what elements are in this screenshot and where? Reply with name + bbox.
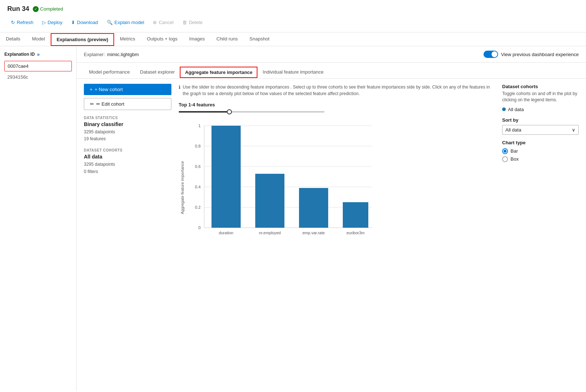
tab-metrics[interactable]: Metrics <box>114 32 141 46</box>
svg-text:euribor3m: euribor3m <box>346 231 365 235</box>
sort-section: Sort by All data ∨ <box>502 117 579 135</box>
explanation-item-selected[interactable]: 0007cae4 <box>4 61 72 71</box>
slider-thumb[interactable] <box>227 109 232 114</box>
right-controls: Dataset cohorts Toggle cohorts on and of… <box>498 84 579 251</box>
right-cohorts-desc: Toggle cohorts on and off in the plot by… <box>502 91 579 103</box>
legend-item-all-data[interactable]: All data <box>502 107 579 112</box>
main-tabs: Details Model Explanations (preview) Met… <box>0 32 586 46</box>
deploy-button[interactable]: ▷ Deploy <box>39 18 66 27</box>
svg-text:emp.var.rate: emp.var.rate <box>302 231 325 235</box>
slider-label: Top 1-4 features <box>179 102 491 107</box>
tab-child-runs[interactable]: Child runs <box>211 32 244 46</box>
chart-type-section: Chart type Bar Box <box>502 140 579 162</box>
bar-chart[interactable]: Aggregate feature importance 0 0.2 0.4 0… <box>179 118 383 250</box>
toggle-switch[interactable] <box>484 51 498 58</box>
chart-type-box[interactable]: Box <box>502 156 579 162</box>
tab-images[interactable]: Images <box>183 32 211 46</box>
new-cohort-button[interactable]: + + New cohort <box>84 84 171 95</box>
svg-text:1: 1 <box>198 124 201 128</box>
legend-label: All data <box>508 107 524 112</box>
legend-dot <box>502 107 506 111</box>
right-cohorts-title: Dataset cohorts <box>502 84 579 89</box>
svg-text:0: 0 <box>198 226 201 230</box>
edit-cohort-button[interactable]: ✏ ✏ Edit cohort <box>84 98 171 110</box>
sort-by-select[interactable]: All data ∨ <box>502 125 579 135</box>
chart-type-box-label: Box <box>511 156 519 162</box>
cancel-icon: ⊗ <box>153 20 157 25</box>
tab-snapshot[interactable]: Snapshot <box>244 32 275 46</box>
svg-text:0.8: 0.8 <box>195 144 201 148</box>
refresh-icon: ↻ <box>11 20 15 25</box>
cohort-sidebar: + + New cohort ✏ ✏ Edit cohort DATA STAT… <box>84 84 171 251</box>
radio-bar-inner <box>504 150 507 153</box>
chart-type-bar[interactable]: Bar <box>502 148 579 154</box>
view-prev-toggle: View previous dashboard experience <box>484 51 579 58</box>
analysis-tab-individual[interactable]: Individual feature importance <box>257 66 329 78</box>
bar-nremployed[interactable] <box>255 174 284 228</box>
deploy-icon: ▷ <box>42 20 46 25</box>
radio-bar-outer <box>502 148 508 154</box>
explain-icon: 🔍 <box>107 20 113 25</box>
expand-icon[interactable]: » <box>37 51 40 57</box>
explainer-label: Explainer: <box>84 52 105 57</box>
pencil-icon: ✏ <box>90 101 94 107</box>
bar-euribor3m[interactable] <box>343 202 368 228</box>
radio-box-outer <box>502 156 508 162</box>
sort-by-label: Sort by <box>502 117 579 123</box>
analysis-tab-dataset-explorer[interactable]: Dataset explorer <box>135 66 180 78</box>
svg-text:0.6: 0.6 <box>195 164 201 169</box>
analysis-tabs: Model performance Dataset explorer Aggre… <box>77 63 586 79</box>
sort-by-value: All data <box>505 127 521 133</box>
download-icon: ⬇ <box>71 20 75 25</box>
svg-text:nr.employed: nr.employed <box>259 231 281 235</box>
explainer-value: mimic.lightgbm <box>107 52 139 57</box>
delete-icon: 🗑 <box>182 20 187 25</box>
check-icon <box>33 6 39 12</box>
tab-model[interactable]: Model <box>26 32 51 46</box>
explainer-bar: Explainer: mimic.lightgbm View previous … <box>77 46 586 63</box>
chevron-down-icon: ∨ <box>572 127 575 133</box>
svg-text:Aggregate feature importance: Aggregate feature importance <box>180 161 185 214</box>
dataset-cohorts-section: DATASET COHORTS All data 3295 datapoints… <box>84 148 171 175</box>
explanation-id-header: Explanation ID » <box>4 51 72 57</box>
status-badge: Completed <box>33 6 63 12</box>
svg-text:duration: duration <box>219 231 233 235</box>
bar-duration[interactable] <box>211 126 241 228</box>
chart-type-label: Chart type <box>502 140 579 145</box>
right-panel: Explainer: mimic.lightgbm View previous … <box>77 46 586 391</box>
tab-explanations[interactable]: Explanations (preview) <box>51 33 114 46</box>
refresh-button[interactable]: ↻ Refresh <box>7 18 37 27</box>
explanation-item-2[interactable]: 2934156c <box>4 72 72 82</box>
analysis-tab-model-performance[interactable]: Model performance <box>84 66 135 78</box>
analysis-tab-aggregate[interactable]: Aggregate feature importance <box>180 67 257 78</box>
delete-button[interactable]: 🗑 Delete <box>179 18 206 27</box>
left-panel: Explanation ID » 0007cae4 2934156c <box>0 46 77 391</box>
toggle-knob <box>492 51 497 57</box>
slider-track[interactable] <box>179 111 325 113</box>
svg-text:0.2: 0.2 <box>195 205 201 209</box>
slider-section: Top 1-4 features <box>179 102 491 113</box>
chart-container: ℹ Use the slider to show descending feat… <box>179 84 491 251</box>
chart-type-bar-label: Bar <box>511 148 518 154</box>
data-statistics: DATA STATISTICS Binary classifier 3295 d… <box>84 116 171 142</box>
download-button[interactable]: ⬇ Download <box>67 18 102 27</box>
toolbar: ↻ Refresh ▷ Deploy ⬇ Download 🔍 Explain … <box>7 16 579 30</box>
info-icon: ℹ <box>179 84 181 97</box>
view-prev-label: View previous dashboard experience <box>501 52 579 57</box>
tab-details[interactable]: Details <box>0 32 26 46</box>
svg-text:0.4: 0.4 <box>195 185 201 189</box>
info-text: ℹ Use the slider to show descending feat… <box>179 84 491 97</box>
chart-area: + + New cohort ✏ ✏ Edit cohort DATA STAT… <box>77 79 586 256</box>
tab-outputs-logs[interactable]: Outputs + logs <box>141 32 183 46</box>
plus-icon: + <box>90 87 93 92</box>
run-title: Run 34 <box>7 5 29 13</box>
slider-fill <box>179 111 230 113</box>
bar-empvarrate[interactable] <box>299 188 328 228</box>
explain-model-button[interactable]: 🔍 Explain model <box>103 18 148 27</box>
cancel-button[interactable]: ⊗ Cancel <box>149 18 177 27</box>
